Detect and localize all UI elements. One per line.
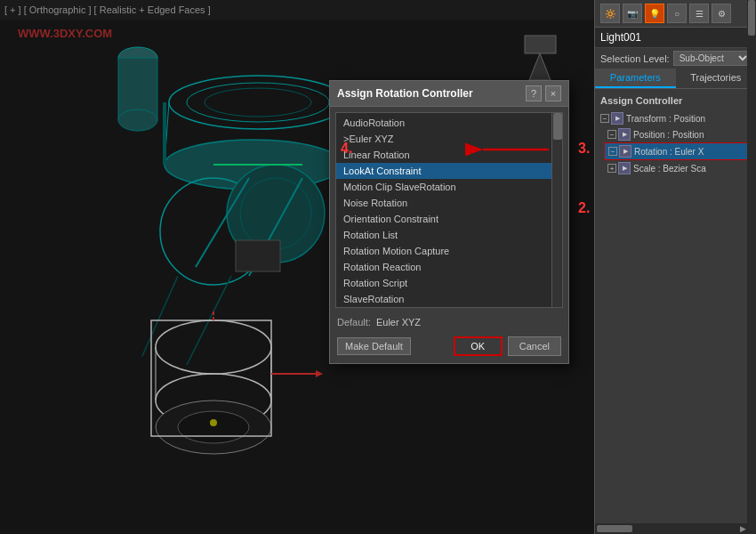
tab-trajectories[interactable]: Trajectories <box>676 69 757 88</box>
tree-label-rotation: Rotation : Euler X <box>634 147 704 157</box>
assign-controller-header: Assign Controller <box>595 93 756 109</box>
controller-list: AudioRotation>Euler XYZLinear RotationLo… <box>336 113 562 308</box>
tree-icon-scale: ▶ <box>618 162 631 174</box>
default-row: Default: Euler XYZ <box>330 313 568 331</box>
tree-icon-transform: ▶ <box>611 112 623 125</box>
tree-item-scale[interactable]: +▶Scale : Bezier Sca <box>604 160 754 176</box>
controller-list-item-orientation[interactable]: Orientation Constraint <box>336 211 562 227</box>
tree-label-scale: Scale : Bezier Sca <box>633 164 706 174</box>
annotation-step3: 3. <box>578 141 590 157</box>
panel-scrollbar[interactable] <box>747 0 756 534</box>
controller-list-item-audio[interactable]: AudioRotation <box>336 115 562 131</box>
make-default-button[interactable]: Make Default <box>337 337 411 355</box>
tree-expand-scale[interactable]: + <box>607 164 616 173</box>
tabs-row: Parameters Trajectories <box>595 69 756 89</box>
bottom-scroll-thumb[interactable] <box>597 525 632 532</box>
tree-expand-rotation[interactable]: − <box>608 147 617 156</box>
dialog-help-button[interactable]: ? <box>526 85 542 101</box>
controller-list-item-rotreaction[interactable]: Rotation Reaction <box>336 259 562 275</box>
list-scrollbar[interactable] <box>551 113 562 307</box>
dialog-close-button[interactable]: × <box>545 85 561 101</box>
assign-controller-title: Assign Controller <box>600 95 682 106</box>
tree-item-rotation[interactable]: −▶Rotation : Euler X <box>604 142 754 160</box>
tree-expand-transform[interactable]: − <box>600 114 609 123</box>
assign-rotation-dialog: Assign Rotation Controller ? × AudioRota… <box>329 80 569 364</box>
controller-list-item-rotlist[interactable]: Rotation List <box>336 227 562 243</box>
controller-list-item-rotmotion[interactable]: Rotation Motion Capture <box>336 243 562 259</box>
controller-list-item-smooth[interactable]: Smooth Rotation <box>336 307 562 308</box>
dialog-buttons: Make Default OK Cancel <box>330 331 568 363</box>
panel-icon-extra[interactable]: ⚙ <box>712 4 731 23</box>
controller-tree: −▶Transform : Position−▶Position : Posit… <box>595 109 756 178</box>
default-label: Default: <box>337 317 371 328</box>
selection-level-row: Selection Level: Sub-Object <box>595 48 756 69</box>
controller-list-item-lookat[interactable]: LookAt Constraint <box>336 163 562 179</box>
controller-list-item-rotscript[interactable]: Rotation Script <box>336 275 562 291</box>
panel-icon-helper[interactable]: ○ <box>667 4 687 23</box>
selection-level-select[interactable]: Sub-Object <box>673 51 751 66</box>
controller-list-item-noise[interactable]: Noise Rotation <box>336 195 562 211</box>
list-scroll-thumb[interactable] <box>553 113 562 140</box>
dialog-title: Assign Rotation Controller <box>337 87 473 100</box>
tree-expand-position[interactable]: − <box>607 130 616 139</box>
panel-icon-camera[interactable]: 📷 <box>623 4 642 23</box>
panel-scroll-thumb[interactable] <box>748 0 755 36</box>
panel-icon-light[interactable]: 💡 <box>645 4 664 23</box>
default-value: Euler XYZ <box>376 317 421 328</box>
tree-label-position: Position : Position <box>633 130 704 140</box>
controller-list-item-euler[interactable]: >Euler XYZ <box>336 131 562 147</box>
panel-icon-display[interactable]: 🔆 <box>600 4 620 23</box>
tree-label-transform: Transform : Position <box>626 114 705 124</box>
controller-list-item-motionclip[interactable]: Motion Clip SlaveRotation <box>336 179 562 195</box>
annotation-step4: 4. <box>341 141 352 157</box>
tree-icon-position: ▶ <box>618 128 631 141</box>
light-name: Light001 <box>595 28 756 48</box>
controller-list-container: AudioRotation>Euler XYZLinear RotationLo… <box>335 112 563 308</box>
panel-toolbar: 🔆 📷 💡 ○ ☰ ⚙ <box>595 0 756 28</box>
selection-level-label: Selection Level: <box>600 53 670 64</box>
tree-item-transform[interactable]: −▶Transform : Position <box>597 110 754 126</box>
ok-button[interactable]: OK <box>454 336 503 356</box>
tree-icon-rotation: ▶ <box>619 145 631 158</box>
panel-icon-space[interactable]: ☰ <box>689 4 709 23</box>
annotation-step2: 2. <box>578 200 590 216</box>
controller-list-item-linear[interactable]: Linear Rotation <box>336 147 562 163</box>
bottom-scrollbar[interactable]: ▶ <box>595 523 748 534</box>
dialog-controls: ? × <box>526 85 561 101</box>
assign-controller-section: Assign Controller −▶Transform : Position… <box>595 89 756 182</box>
dialog-title-bar: Assign Rotation Controller ? × <box>330 81 568 107</box>
cancel-button[interactable]: Cancel <box>508 336 561 356</box>
tab-parameters[interactable]: Parameters <box>595 69 676 88</box>
right-panel: 🔆 📷 💡 ○ ☰ ⚙ Light001 Selection Level: Su… <box>594 0 756 534</box>
tree-item-position[interactable]: −▶Position : Position <box>604 126 754 142</box>
controller-list-item-slave[interactable]: SlaveRotation <box>336 291 562 307</box>
